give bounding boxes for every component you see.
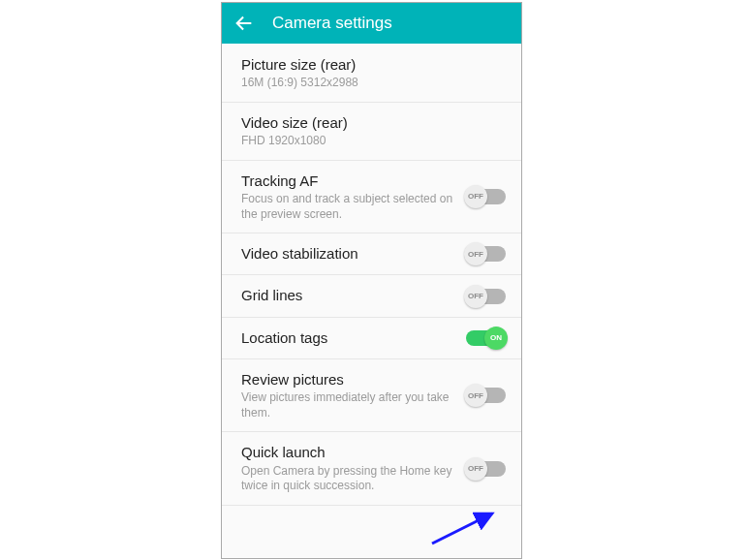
header-bar: Camera settings bbox=[222, 3, 521, 44]
toggle-knob: OFF bbox=[464, 384, 487, 407]
setting-quick-launch[interactable]: Quick launch Open Camera by pressing the… bbox=[222, 432, 521, 505]
toggle-knob: ON bbox=[484, 327, 508, 350]
back-button[interactable] bbox=[233, 13, 255, 34]
settings-list: Picture size (rear) 16M (16:9) 5312x2988… bbox=[222, 44, 521, 523]
setting-tracking-af[interactable]: Tracking AF Focus on and track a subject… bbox=[222, 161, 521, 233]
item-title: Location tags bbox=[241, 328, 458, 348]
toggle-video-stabilization[interactable]: OFF bbox=[466, 246, 506, 262]
setting-video-stabilization[interactable]: Video stabilization OFF bbox=[222, 233, 521, 275]
toggle-knob: OFF bbox=[464, 285, 487, 308]
item-text: Tracking AF Focus on and track a subject… bbox=[241, 171, 466, 222]
item-title: Review pictures bbox=[241, 370, 458, 389]
phone-frame: Camera settings Picture size (rear) 16M … bbox=[221, 2, 522, 559]
item-text: Picture size (rear) 16M (16:9) 5312x2988 bbox=[241, 55, 506, 91]
toggle-quick-launch[interactable]: OFF bbox=[466, 461, 506, 477]
setting-grid-lines[interactable]: Grid lines OFF bbox=[222, 275, 521, 317]
item-title: Tracking AF bbox=[241, 171, 458, 191]
toggle-knob: OFF bbox=[464, 242, 487, 265]
item-title: Grid lines bbox=[241, 286, 458, 305]
item-subtitle: View pictures immediately after you take… bbox=[241, 390, 458, 420]
item-title: Video stabilization bbox=[241, 244, 458, 264]
setting-video-size-rear[interactable]: Video size (rear) FHD 1920x1080 bbox=[222, 103, 521, 161]
item-title: Video size (rear) bbox=[241, 113, 498, 133]
item-title: Quick launch bbox=[241, 443, 458, 462]
arrow-left-icon bbox=[233, 13, 255, 34]
item-text: Location tags bbox=[241, 328, 466, 348]
toggle-knob: OFF bbox=[464, 457, 487, 481]
item-text: Grid lines bbox=[241, 286, 466, 305]
item-text: Quick launch Open Camera by pressing the… bbox=[241, 443, 466, 493]
item-subtitle: 16M (16:9) 5312x2988 bbox=[241, 76, 498, 91]
setting-picture-size-rear[interactable]: Picture size (rear) 16M (16:9) 5312x2988 bbox=[222, 44, 521, 103]
toggle-grid-lines[interactable]: OFF bbox=[466, 289, 506, 304]
toggle-knob: OFF bbox=[464, 185, 487, 208]
item-text: Video size (rear) FHD 1920x1080 bbox=[241, 113, 506, 149]
item-text: Review pictures View pictures immediatel… bbox=[241, 370, 466, 420]
item-text: Video stabilization bbox=[241, 244, 466, 264]
item-subtitle: FHD 1920x1080 bbox=[241, 134, 498, 149]
toggle-location-tags[interactable]: ON bbox=[466, 330, 506, 346]
item-title: Picture size (rear) bbox=[241, 55, 498, 75]
toggle-tracking-af[interactable]: OFF bbox=[466, 189, 506, 204]
setting-review-pictures[interactable]: Review pictures View pictures immediatel… bbox=[222, 359, 521, 432]
item-subtitle: Focus on and track a subject selected on… bbox=[241, 192, 458, 222]
page-title: Camera settings bbox=[272, 14, 392, 33]
setting-location-tags[interactable]: Location tags ON bbox=[222, 318, 521, 359]
toggle-review-pictures[interactable]: OFF bbox=[466, 388, 506, 403]
partial-next-item bbox=[222, 506, 521, 523]
item-subtitle: Open Camera by pressing the Home key twi… bbox=[241, 464, 458, 494]
